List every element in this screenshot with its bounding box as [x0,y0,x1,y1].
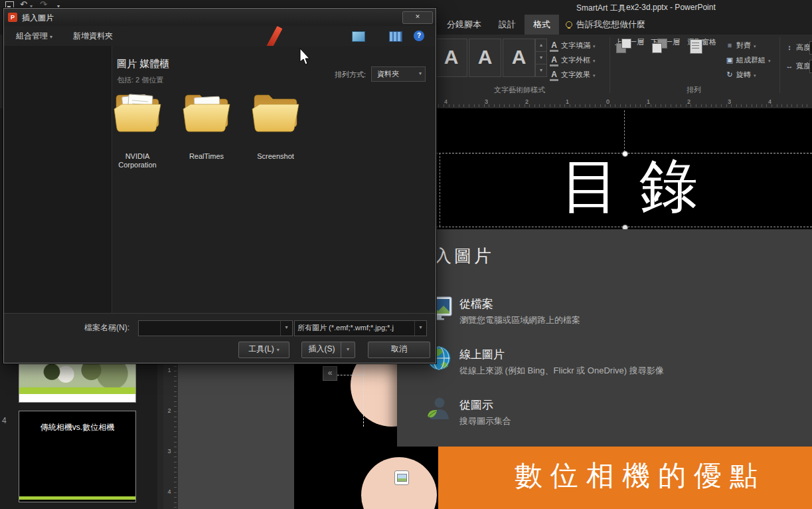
wordart-style-1[interactable]: A [435,39,467,77]
tab-design[interactable]: 設計 [490,15,525,35]
rotate-label: 旋轉 [736,70,751,78]
online-pictures-title: 線上圖片 [459,347,505,362]
file-name-input[interactable] [141,322,277,335]
text-effects-button[interactable]: A文字效果▾ [550,68,608,81]
rotate-button[interactable]: ↻旋轉▾ [725,68,782,81]
tab-storyboard[interactable]: 分鏡腳本 [438,15,490,35]
mouse-cursor [299,48,311,65]
dialog-titlebar[interactable]: P 插入圖片 ✕ [4,9,436,27]
ruler-number: 4 [163,488,175,495]
folder-realtimes[interactable]: RealTimes [178,89,235,137]
selection-handle[interactable] [622,151,628,157]
slide-3-accent-bar [19,387,135,394]
text-fill-icon: A [550,41,558,52]
tab-format[interactable]: 格式 [525,15,559,35]
close-button[interactable]: ✕ [402,11,433,24]
insert-label: 插入(S) [302,342,341,356]
powerpoint-window: ↶ ▾ ↷ ▾ SmartArt 工具 ex2-3d.pptx - PowerP… [0,0,812,509]
icons-collection-icon [425,395,453,423]
organize-button[interactable]: 組合管理▾ [16,26,52,46]
gallery-down-icon[interactable]: ▾ [535,51,547,64]
center-guide [624,110,625,152]
insert-dropdown-icon[interactable]: ▾ [341,342,355,357]
folder-nvidia[interactable]: NVIDIA Corporation [109,89,166,137]
collapse-chevron-button[interactable]: « [323,366,337,381]
change-view-icon[interactable] [389,31,402,42]
from-icons-title: 從圖示 [459,397,493,413]
picture-placeholder-icon [397,474,407,482]
wordart-style-2[interactable]: A [469,39,501,77]
group-label: 組成群組 [736,56,766,64]
chevron-down-icon: ▾ [768,58,771,63]
chevron-down-icon: ▾ [50,34,52,40]
folder-icon [250,89,301,134]
width-label: 寬度 [796,62,811,70]
group-separator [779,37,780,93]
height-input[interactable] [809,41,812,54]
text-outline-icon: A [550,56,558,66]
slide-4-thumbnail[interactable]: 傳統相機vs.數位相機 [19,411,136,502]
titlebox-border-left [440,153,440,227]
file-name-combobox[interactable]: ▾ [138,320,293,336]
slide-banner-shape[interactable]: 數位相機的優點 [438,447,812,509]
arrange-group-label: 排列 [609,85,778,95]
insert-button[interactable]: 插入(S) ▾ [301,342,355,358]
online-pictures-item[interactable]: 線上圖片 從線上來源 (例如 Bing、Flickr 或 OneDrive) 搜… [425,343,797,389]
bring-forward-button[interactable]: 上移一層 [612,37,647,80]
text-outline-label: 文字外框 [561,56,590,64]
tools-label: 工具(L) [248,344,274,354]
file-type-value: 所有圖片 (*.emf;*.wmf;*.jpg;*.j [297,321,413,334]
slide-4-thumb-title: 傳統相機vs.數位相機 [19,422,135,433]
new-folder-button[interactable]: 新增資料夾 [73,26,113,46]
arrange-by-dropdown[interactable]: 資料夾 ▾ [371,66,426,82]
group-button[interactable]: ▣組成群組▾ [725,53,782,66]
navigation-pane[interactable] [4,46,112,313]
from-icons-item[interactable]: 從圖示 搜尋圖示集合 [425,393,797,440]
slide-title-text[interactable]: 目錄 [561,157,718,215]
lightbulb-icon [566,21,572,28]
picture-placeholder-button[interactable] [394,470,409,485]
powerpoint-icon: P [8,13,17,22]
selection-pane-button[interactable]: 選取窗格 [684,37,720,80]
text-outline-button[interactable]: A文字外框▾ [550,53,608,66]
arrange-by-value: 資料夾 [377,70,399,78]
tools-button[interactable]: 工具(L)▾ [238,342,289,358]
chevron-down-icon: ▾ [277,347,280,353]
chevron-down-icon: ▾ [593,44,596,49]
folder-label: Screenshot [244,152,307,161]
ruler-number: 0 [606,98,609,105]
width-input[interactable] [809,60,812,73]
chevron-down-icon: ▾ [593,73,596,78]
align-button[interactable]: ≡對齊▾ [725,39,782,52]
banner-text: 數位相機的優點 [515,457,766,494]
text-effects-icon: A [550,70,558,81]
text-fill-button[interactable]: A文字填滿▾ [550,39,608,52]
ruler-number: 3 [728,98,731,105]
height-label: 高度 [796,43,811,51]
help-icon[interactable]: ? [414,31,424,41]
gallery-up-icon[interactable]: ▴ [535,39,547,52]
tellme-label: 告訴我您想做什麼 [576,19,645,31]
folder-label: NVIDIA Corporation [106,152,169,169]
chevron-down-icon: ▾ [593,58,596,63]
from-file-item[interactable]: 從檔案 瀏覽您電腦或區域網路上的檔案 [425,292,797,339]
chevron-down-icon[interactable]: ▾ [280,321,292,336]
cancel-button[interactable]: 取消 [368,342,430,358]
chevron-down-icon[interactable]: ▾ [414,321,426,336]
cancel-label: 取消 [391,344,407,354]
from-file-title: 從檔案 [459,296,493,312]
folder-screenshot[interactable]: Screenshot [247,89,304,137]
folder-label: RealTimes [175,152,238,161]
send-backward-button[interactable]: 下移一層 [648,37,683,80]
align-label: 對齊 [736,41,751,49]
ruler-number: 2 [687,98,690,105]
wordart-style-3[interactable]: A [503,39,535,77]
slide-4-number: 4 [2,416,7,425]
slide-4-accent-line [19,496,135,500]
gallery-more-icon[interactable]: ▾ [535,64,547,77]
wordart-group-label: 文字藝術師樣式 [435,85,604,95]
tellme-box[interactable]: 告訴我您想做什麼 [559,19,652,31]
document-title: ex2-3d.pptx - PowerPoint [626,3,716,12]
preview-pane-icon[interactable] [352,31,365,42]
file-type-combobox[interactable]: 所有圖片 (*.emf;*.wmf;*.jpg;*.j ▾ [294,320,427,336]
